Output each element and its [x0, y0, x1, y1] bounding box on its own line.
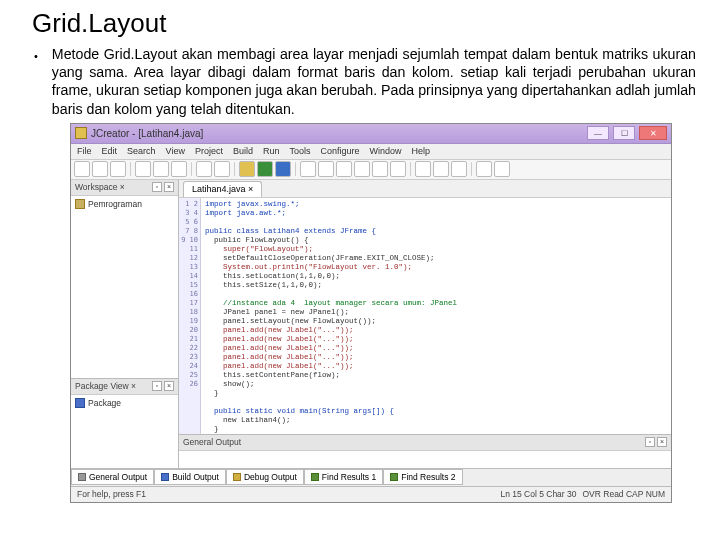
tool-save-icon[interactable]: [110, 161, 126, 177]
tab-find-results-2[interactable]: Find Results 2: [383, 469, 462, 485]
workspace-tree[interactable]: Pemrograman: [71, 196, 178, 378]
pane-close-icon[interactable]: ×: [164, 182, 174, 192]
tab-icon: [390, 473, 398, 481]
separator: [130, 162, 131, 176]
tool-paste-icon[interactable]: [171, 161, 187, 177]
app-icon: [75, 127, 87, 139]
editor-tabs: Latihan4.java ×: [179, 180, 671, 198]
tool-cut-icon[interactable]: [135, 161, 151, 177]
bottom-tabs: General Output Build Output Debug Output…: [71, 468, 671, 486]
tab-general-output[interactable]: General Output: [71, 469, 154, 485]
bullet: •: [34, 45, 38, 118]
tab-icon: [233, 473, 241, 481]
menu-search[interactable]: Search: [127, 146, 156, 156]
menubar: File Edit Search View Project Build Run …: [71, 144, 671, 160]
tool-redo-icon[interactable]: [214, 161, 230, 177]
menu-run[interactable]: Run: [263, 146, 280, 156]
package-tree[interactable]: Package: [71, 395, 178, 468]
status-modes: OVR Read CAP NUM: [582, 489, 665, 499]
tool-icon[interactable]: [318, 161, 334, 177]
ide-window: JCreator - [Latihan4.java] — ☐ ✕ File Ed…: [70, 123, 672, 503]
tool-new-icon[interactable]: [74, 161, 90, 177]
package-pane-title: Package View × ▫×: [71, 379, 178, 395]
pane-pin-icon[interactable]: ▫: [152, 381, 162, 391]
tab-icon: [78, 473, 86, 481]
tool-icon[interactable]: [476, 161, 492, 177]
status-help: For help, press F1: [77, 489, 146, 499]
tree-item-label: Pemrograman: [88, 199, 142, 209]
separator: [234, 162, 235, 176]
menu-configure[interactable]: Configure: [320, 146, 359, 156]
output-title: General Output: [183, 437, 241, 447]
tool-run-icon[interactable]: [257, 161, 273, 177]
statusbar: For help, press F1 Ln 15 Col 5 Char 30 O…: [71, 486, 671, 502]
window-title: JCreator - [Latihan4.java]: [91, 128, 583, 139]
tool-compile-icon[interactable]: [239, 161, 255, 177]
tab-file[interactable]: Latihan4.java ×: [183, 181, 262, 197]
minimize-button[interactable]: —: [587, 126, 609, 140]
code-editor[interactable]: import javax.swing.*; import java.awt.*;…: [201, 198, 671, 434]
tool-undo-icon[interactable]: [196, 161, 212, 177]
status-position: Ln 15 Col 5 Char 30: [500, 489, 576, 499]
tool-icon[interactable]: [451, 161, 467, 177]
workspace-pane-title: Workspace × ▫×: [71, 180, 178, 196]
menu-edit[interactable]: Edit: [102, 146, 118, 156]
pane-pin-icon[interactable]: ▫: [152, 182, 162, 192]
pane-close-icon[interactable]: ×: [164, 381, 174, 391]
tab-icon: [311, 473, 319, 481]
package-label: Package View ×: [75, 381, 136, 391]
tool-copy-icon[interactable]: [153, 161, 169, 177]
tool-icon[interactable]: [494, 161, 510, 177]
slide-title: Grid.Layout: [32, 8, 696, 39]
tree-item-label: Package: [88, 398, 121, 408]
menu-tools[interactable]: Tools: [289, 146, 310, 156]
tool-icon[interactable]: [354, 161, 370, 177]
menu-build[interactable]: Build: [233, 146, 253, 156]
tool-icon[interactable]: [390, 161, 406, 177]
separator: [295, 162, 296, 176]
close-button[interactable]: ✕: [639, 126, 667, 140]
tool-icon[interactable]: [336, 161, 352, 177]
folder-icon: [75, 199, 85, 209]
tool-icon[interactable]: [300, 161, 316, 177]
menu-project[interactable]: Project: [195, 146, 223, 156]
menu-view[interactable]: View: [166, 146, 185, 156]
tool-icon[interactable]: [433, 161, 449, 177]
titlebar: JCreator - [Latihan4.java] — ☐ ✕: [71, 124, 671, 144]
menu-window[interactable]: Window: [370, 146, 402, 156]
tab-find-results-1[interactable]: Find Results 1: [304, 469, 383, 485]
tab-debug-output[interactable]: Debug Output: [226, 469, 304, 485]
workspace-label: Workspace ×: [75, 182, 125, 192]
line-gutter: 1 2 3 4 5 6 7 8 9 10 11 12 13 14 15 16 1…: [179, 198, 201, 434]
pane-pin-icon[interactable]: ▫: [645, 437, 655, 447]
output-body[interactable]: [179, 451, 671, 468]
separator: [471, 162, 472, 176]
toolbar: [71, 160, 671, 180]
package-icon: [75, 398, 85, 408]
separator: [191, 162, 192, 176]
menu-help[interactable]: Help: [412, 146, 431, 156]
pane-close-icon[interactable]: ×: [657, 437, 667, 447]
output-pane: General Output ▫×: [179, 434, 671, 468]
slide-body: Metode Grid.Layout akan membagi area lay…: [52, 45, 696, 118]
tool-icon[interactable]: [415, 161, 431, 177]
menu-file[interactable]: File: [77, 146, 92, 156]
tab-icon: [161, 473, 169, 481]
tool-open-icon[interactable]: [92, 161, 108, 177]
tool-icon[interactable]: [372, 161, 388, 177]
tab-build-output[interactable]: Build Output: [154, 469, 226, 485]
tool-debug-icon[interactable]: [275, 161, 291, 177]
maximize-button[interactable]: ☐: [613, 126, 635, 140]
separator: [410, 162, 411, 176]
